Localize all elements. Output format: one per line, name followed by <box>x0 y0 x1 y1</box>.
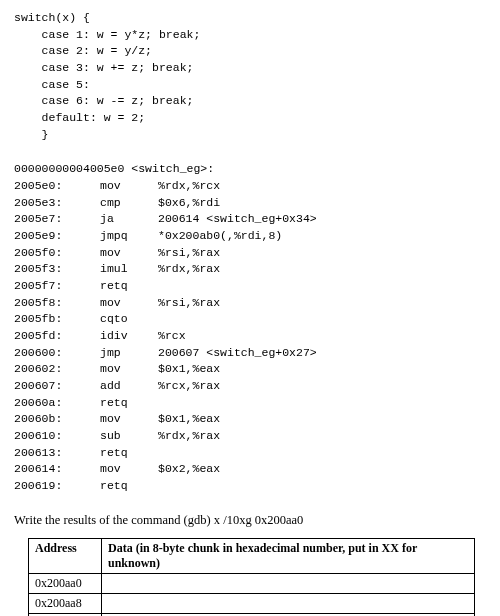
asm-operands: %rdx,%rax <box>158 261 486 278</box>
asm-mnemonic: jmpq <box>100 228 158 245</box>
asm-operands <box>158 478 486 495</box>
answer-table: Address Data (in 8-byte chunk in hexadec… <box>28 538 475 616</box>
asm-operands: $0x2,%eax <box>158 461 486 478</box>
asm-address: 2005f8: <box>14 295 100 312</box>
asm-address: 200600: <box>14 345 100 362</box>
table-header-row: Address Data (in 8-byte chunk in hexadec… <box>29 538 475 573</box>
asm-mnemonic: cqto <box>100 311 158 328</box>
asm-mnemonic: mov <box>100 245 158 262</box>
cell-address: 0x200aa0 <box>29 573 102 593</box>
asm-operands: 200614 <switch_eg+0x34> <box>158 211 486 228</box>
col-header-data: Data (in 8-byte chunk in hexadecimal num… <box>102 538 475 573</box>
asm-address: 2005fb: <box>14 311 100 328</box>
asm-operands: %rcx <box>158 328 486 345</box>
cell-address: 0x200aa8 <box>29 593 102 613</box>
asm-operands: $0x1,%eax <box>158 411 486 428</box>
col-header-address: Address <box>29 538 102 573</box>
table-row: 0x200aa0 <box>29 573 475 593</box>
asm-row: 200600:jmp200607 <switch_eg+0x27> <box>14 345 486 362</box>
asm-row: 20060a:retq <box>14 395 486 412</box>
asm-address: 2005e0: <box>14 178 100 195</box>
asm-address: 2005f3: <box>14 261 100 278</box>
asm-operands <box>158 311 486 328</box>
asm-row: 2005e0:mov%rdx,%rcx <box>14 178 486 195</box>
asm-mnemonic: sub <box>100 428 158 445</box>
cell-data <box>102 593 475 613</box>
asm-operands <box>158 395 486 412</box>
asm-mnemonic: retq <box>100 478 158 495</box>
asm-row: 200602:mov$0x1,%eax <box>14 361 486 378</box>
asm-address: 2005e7: <box>14 211 100 228</box>
asm-operands: %rcx,%rax <box>158 378 486 395</box>
asm-mnemonic: retq <box>100 278 158 295</box>
asm-address: 2005e9: <box>14 228 100 245</box>
asm-mnemonic: imul <box>100 261 158 278</box>
asm-row: 20060b:mov$0x1,%eax <box>14 411 486 428</box>
asm-address: 2005e3: <box>14 195 100 212</box>
asm-row: 2005e3:cmp$0x6,%rdi <box>14 195 486 212</box>
asm-address: 200610: <box>14 428 100 445</box>
asm-mnemonic: jmp <box>100 345 158 362</box>
asm-row: 2005f8:mov%rsi,%rax <box>14 295 486 312</box>
asm-address: 200613: <box>14 445 100 462</box>
asm-address: 200607: <box>14 378 100 395</box>
asm-mnemonic: mov <box>100 178 158 195</box>
asm-mnemonic: mov <box>100 361 158 378</box>
disassembly-header: 00000000004005e0 <switch_eg>: <box>14 161 486 178</box>
asm-row: 200619:retq <box>14 478 486 495</box>
asm-address: 200614: <box>14 461 100 478</box>
asm-row: 2005f7:retq <box>14 278 486 295</box>
asm-address: 200619: <box>14 478 100 495</box>
asm-operands: 200607 <switch_eg+0x27> <box>158 345 486 362</box>
asm-row: 2005fb:cqto <box>14 311 486 328</box>
asm-address: 2005f7: <box>14 278 100 295</box>
asm-mnemonic: mov <box>100 461 158 478</box>
table-row: 0x200aa8 <box>29 593 475 613</box>
asm-row: 2005e7:ja200614 <switch_eg+0x34> <box>14 211 486 228</box>
disassembly-block: 00000000004005e0 <switch_eg>: 2005e0:mov… <box>14 161 486 494</box>
asm-operands: $0x6,%rdi <box>158 195 486 212</box>
asm-operands: *0x200ab0(,%rdi,8) <box>158 228 486 245</box>
asm-mnemonic: ja <box>100 211 158 228</box>
asm-address: 2005fd: <box>14 328 100 345</box>
asm-mnemonic: idiv <box>100 328 158 345</box>
asm-row: 2005fd:idiv%rcx <box>14 328 486 345</box>
asm-row: 2005e9:jmpq*0x200ab0(,%rdi,8) <box>14 228 486 245</box>
asm-mnemonic: cmp <box>100 195 158 212</box>
asm-operands: %rsi,%rax <box>158 245 486 262</box>
asm-row: 200610:sub%rdx,%rax <box>14 428 486 445</box>
asm-operands: %rdx,%rax <box>158 428 486 445</box>
asm-mnemonic: add <box>100 378 158 395</box>
asm-row: 200613:retq <box>14 445 486 462</box>
asm-row: 2005f0:mov%rsi,%rax <box>14 245 486 262</box>
asm-address: 2005f0: <box>14 245 100 262</box>
asm-mnemonic: retq <box>100 395 158 412</box>
asm-operands: %rsi,%rax <box>158 295 486 312</box>
asm-address: 20060a: <box>14 395 100 412</box>
asm-row: 2005f3:imul%rdx,%rax <box>14 261 486 278</box>
asm-mnemonic: mov <box>100 411 158 428</box>
c-switch-source: switch(x) { case 1: w = y*z; break; case… <box>14 10 486 143</box>
asm-operands: %rdx,%rcx <box>158 178 486 195</box>
cell-data <box>102 573 475 593</box>
asm-address: 200602: <box>14 361 100 378</box>
asm-mnemonic: retq <box>100 445 158 462</box>
question-text: Write the results of the command (gdb) x… <box>14 513 486 528</box>
asm-address: 20060b: <box>14 411 100 428</box>
asm-operands <box>158 278 486 295</box>
asm-row: 200607:add%rcx,%rax <box>14 378 486 395</box>
asm-row: 200614:mov$0x2,%eax <box>14 461 486 478</box>
asm-operands: $0x1,%eax <box>158 361 486 378</box>
asm-mnemonic: mov <box>100 295 158 312</box>
asm-operands <box>158 445 486 462</box>
